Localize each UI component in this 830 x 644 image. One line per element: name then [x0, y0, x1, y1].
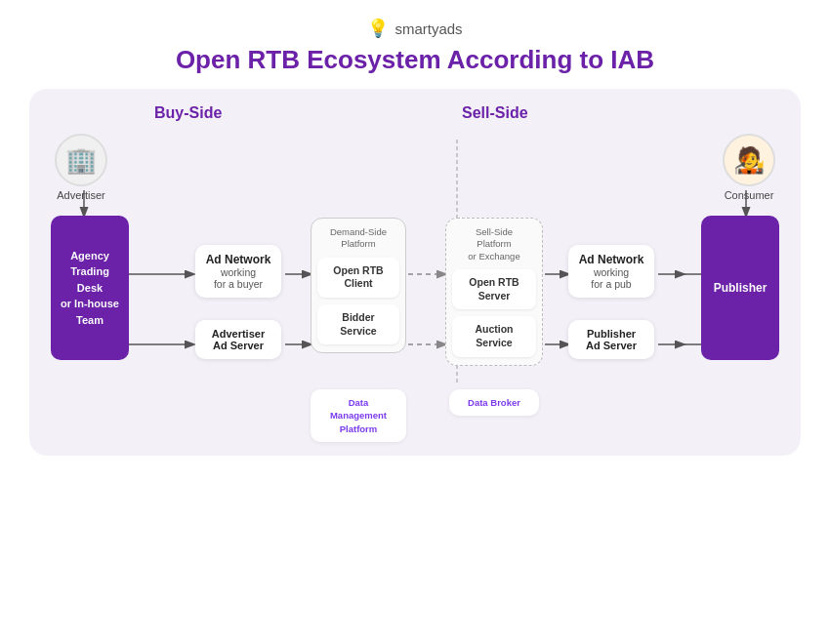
- consumer-label: Consumer: [725, 189, 774, 201]
- publisher-ad-server-label: PublisherAd Server: [578, 328, 644, 351]
- publisher-box: Publisher: [701, 216, 779, 360]
- dsp-container: Demand-SidePlatform Open RTBClient Bidde…: [311, 218, 406, 353]
- advertiser-ad-server-card: AdvertiserAd Server: [195, 320, 281, 359]
- logo-icon: 💡: [367, 18, 389, 39]
- advertiser-column: 🏢 Advertiser: [55, 134, 107, 201]
- dsp-label: Demand-SidePlatform: [330, 226, 387, 251]
- advertiser-label: Advertiser: [57, 189, 105, 201]
- agency-label: AgencyTrading Deskor In-houseTeam: [59, 248, 121, 329]
- buy-network-card: Ad Network workingfor a buyer: [195, 245, 281, 298]
- consumer-column: 🧑‍🎤 Consumer: [723, 134, 775, 201]
- page: 💡 smartyads Open RTB Ecosystem According…: [0, 0, 830, 644]
- diagram-arrows: [47, 130, 783, 452]
- logo-area: 💡 smartyads: [367, 18, 462, 39]
- advertiser-icon: 🏢: [55, 134, 107, 186]
- ssp-container: Sell-SidePlatformor Exchange Open RTBSer…: [445, 218, 543, 366]
- diagram-container: Buy-Side Sell-Side: [29, 89, 801, 456]
- buy-side-label: Buy-Side: [154, 104, 222, 122]
- sell-network-title: Ad Network: [578, 253, 644, 266]
- publisher-ad-server-card: PublisherAd Server: [568, 320, 654, 359]
- advertiser-ad-server-title: AdvertiserAd Server: [205, 328, 271, 351]
- page-title: Open RTB Ecosystem According to IAB: [176, 45, 654, 75]
- open-rtb-client-card: Open RTBClient: [317, 258, 399, 298]
- dmp-card: DataManagementPlatform: [311, 389, 406, 442]
- sell-side-label: Sell-Side: [462, 104, 528, 122]
- agency-box: AgencyTrading Deskor In-houseTeam: [51, 216, 129, 360]
- auction-service-card: AuctionService: [452, 316, 536, 356]
- dmp-label: DataManagementPlatform: [330, 397, 387, 434]
- buy-network-title: Ad Network: [205, 253, 271, 266]
- ssp-label: Sell-SidePlatformor Exchange: [468, 226, 519, 262]
- open-rtb-server-card: Open RTBServer: [452, 269, 536, 309]
- bidder-service-card: BidderService: [317, 304, 399, 344]
- data-broker-label: Data Broker: [468, 397, 520, 408]
- data-broker-card: Data Broker: [449, 389, 539, 416]
- consumer-icon: 🧑‍🎤: [723, 134, 775, 186]
- sell-network-card: Ad Network workingfor a pub: [568, 245, 654, 298]
- logo-text: smartyads: [394, 20, 462, 37]
- sell-network-sub: workingfor a pub: [578, 266, 644, 290]
- buy-network-sub: workingfor a buyer: [205, 266, 271, 290]
- publisher-label: Publisher: [714, 279, 768, 297]
